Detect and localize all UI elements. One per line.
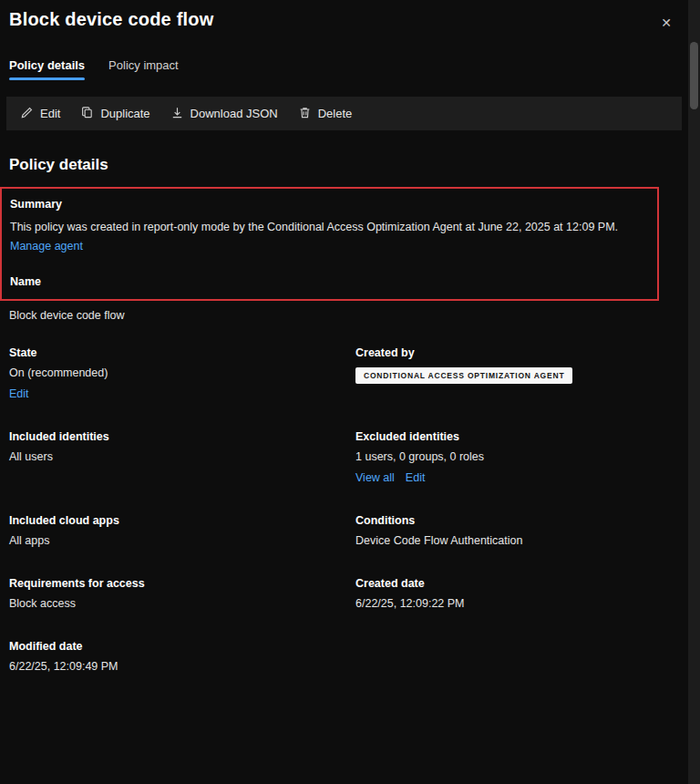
included-cloud-apps-value: All apps (9, 534, 355, 547)
field-excluded-identities: Excluded identities 1 users, 0 groups, 0… (355, 430, 679, 484)
edit-button-label: Edit (40, 107, 60, 120)
command-bar: Edit Duplicate Download JSON Delete (6, 97, 682, 130)
field-included-cloud-apps: Included cloud apps All apps (9, 514, 355, 547)
policy-details-panel: Block device code flow ✕ Policy details … (0, 0, 688, 784)
field-requirements: Requirements for access Block access (9, 577, 355, 610)
modified-date-value: 6/22/25, 12:09:49 PM (9, 660, 355, 673)
summary-label: Summary (10, 198, 648, 211)
panel-header: Block device code flow ✕ (0, 0, 688, 35)
delete-icon (298, 106, 312, 122)
delete-button[interactable]: Delete (290, 100, 361, 128)
requirements-value: Block access (9, 597, 355, 610)
created-date-value: 6/22/25, 12:09:22 PM (355, 597, 679, 610)
tab-bar: Policy details Policy impact (0, 58, 688, 80)
state-edit-link[interactable]: Edit (9, 387, 29, 400)
edit-icon (20, 106, 34, 122)
state-label: State (9, 346, 355, 359)
close-icon[interactable]: ✕ (655, 11, 677, 35)
duplicate-icon (80, 106, 94, 122)
policy-fields-grid: State On (recommended) Edit Created by C… (0, 346, 688, 673)
download-json-button[interactable]: Download JSON (162, 100, 286, 128)
field-modified-date: Modified date 6/22/25, 12:09:49 PM (9, 640, 355, 673)
requirements-label: Requirements for access (9, 577, 355, 590)
modified-date-label: Modified date (9, 640, 355, 653)
tab-policy-impact[interactable]: Policy impact (108, 58, 179, 80)
manage-agent-link[interactable]: Manage agent (10, 240, 83, 253)
excluded-identities-label: Excluded identities (355, 430, 679, 443)
included-identities-value: All users (9, 450, 355, 463)
page-title: Block device code flow (9, 9, 213, 30)
conditions-label: Conditions (355, 514, 679, 527)
included-cloud-apps-label: Included cloud apps (9, 514, 355, 527)
delete-button-label: Delete (318, 107, 353, 120)
field-state: State On (recommended) Edit (9, 346, 355, 400)
download-json-button-label: Download JSON (190, 107, 278, 120)
conditions-value: Device Code Flow Authentication (355, 534, 679, 547)
duplicate-button[interactable]: Duplicate (72, 100, 158, 128)
created-by-agent-badge: CONDITIONAL ACCESS OPTIMIZATION AGENT (355, 367, 572, 384)
summary-highlight-box: Summary This policy was created in repor… (0, 187, 659, 301)
download-icon (170, 106, 184, 122)
excluded-identities-view-all-link[interactable]: View all (355, 471, 395, 484)
duplicate-button-label: Duplicate (100, 107, 149, 120)
field-included-identities: Included identities All users (9, 430, 355, 484)
included-identities-label: Included identities (9, 430, 355, 443)
edit-button[interactable]: Edit (12, 100, 68, 128)
scrollbar-thumb[interactable] (690, 42, 698, 109)
created-by-label: Created by (355, 346, 679, 359)
state-value: On (recommended) (9, 366, 355, 379)
field-created-by: Created by CONDITIONAL ACCESS OPTIMIZATI… (355, 346, 679, 400)
section-heading: Policy details (0, 156, 688, 174)
vertical-scrollbar[interactable] (688, 0, 700, 784)
tab-policy-details[interactable]: Policy details (9, 58, 85, 80)
field-created-date: Created date 6/22/25, 12:09:22 PM (355, 577, 679, 610)
empty-cell (355, 640, 679, 673)
name-value: Block device code flow (0, 309, 688, 322)
field-conditions: Conditions Device Code Flow Authenticati… (355, 514, 679, 547)
summary-text: This policy was created in report-only m… (10, 220, 648, 236)
created-date-label: Created date (355, 577, 679, 590)
excluded-identities-value: 1 users, 0 groups, 0 roles (355, 450, 679, 463)
excluded-identities-edit-link[interactable]: Edit (406, 471, 426, 484)
name-label: Name (10, 275, 648, 288)
